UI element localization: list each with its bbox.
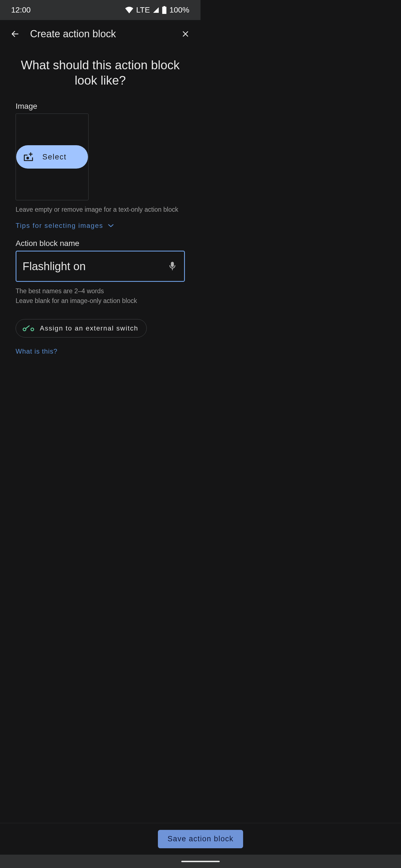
app-bar: Create action block <box>0 20 200 48</box>
network-label: LTE <box>136 6 150 14</box>
switch-icon <box>23 325 34 331</box>
name-section-label: Action block name <box>16 239 185 248</box>
tips-link[interactable]: Tips for selecting images <box>16 222 185 229</box>
battery-label: 100% <box>169 6 189 14</box>
mic-icon <box>169 262 176 271</box>
back-button[interactable] <box>8 27 22 41</box>
signal-icon <box>152 7 159 13</box>
app-bar-title: Create action block <box>30 28 170 40</box>
assign-switch-button[interactable]: Assign to an external switch <box>16 319 147 338</box>
svg-rect-1 <box>171 262 174 267</box>
what-is-this-link[interactable]: What is this? <box>16 347 57 355</box>
assign-switch-label: Assign to an external switch <box>40 324 138 332</box>
image-section-label: Image <box>16 102 185 111</box>
image-preview-box: Select <box>16 114 89 200</box>
select-image-button[interactable]: Select <box>16 145 88 168</box>
name-field-container <box>16 251 185 282</box>
camera-plus-icon <box>23 152 34 162</box>
tips-link-label: Tips for selecting images <box>16 222 103 229</box>
status-bar: 12:00 LTE 100% <box>0 0 200 20</box>
main-content: What should this action block look like?… <box>0 48 200 355</box>
status-right: LTE 100% <box>125 6 189 14</box>
svg-point-3 <box>31 328 34 331</box>
page-heading: What should this action block look like? <box>16 56 185 96</box>
voice-input-button[interactable] <box>167 261 178 272</box>
name-helper-2: Leave blank for an image-only action blo… <box>16 297 185 305</box>
close-button[interactable] <box>179 27 192 41</box>
name-input[interactable] <box>23 260 167 273</box>
svg-point-0 <box>26 157 29 159</box>
image-helper-text: Leave empty or remove image for a text-o… <box>16 206 185 213</box>
select-image-label: Select <box>42 153 66 161</box>
name-helper-1: The best names are 2–4 words <box>16 287 185 295</box>
battery-icon <box>162 6 167 14</box>
chevron-down-icon <box>108 224 114 227</box>
arrow-left-icon <box>10 30 20 38</box>
status-time: 12:00 <box>11 6 31 14</box>
close-icon <box>181 30 189 38</box>
wifi-icon <box>125 7 134 13</box>
